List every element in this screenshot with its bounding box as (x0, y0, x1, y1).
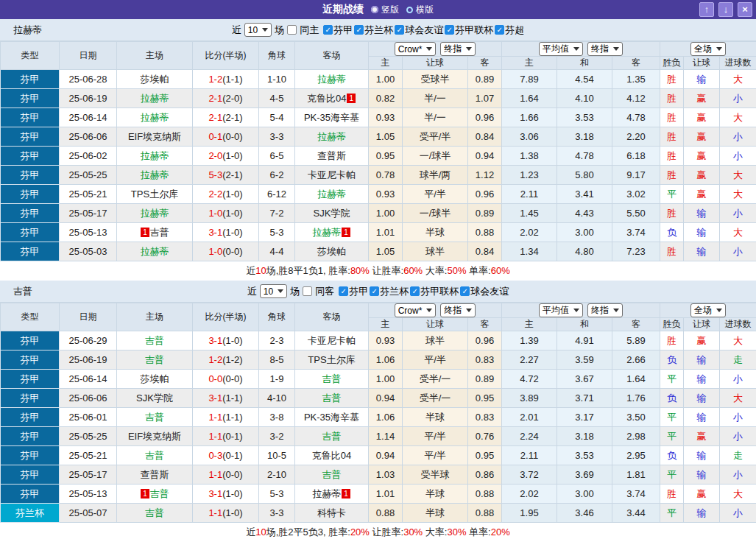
crow-odds-away-cell: 0.94 (468, 147, 502, 166)
home-team-cell: 吉普 (117, 446, 193, 465)
team-name: 拉赫蒂 (317, 189, 346, 200)
league-checkbox[interactable]: ✓ (339, 286, 348, 296)
league-type-cell: 芬甲 (1, 127, 60, 147)
home-team-cell: 拉赫蒂 (117, 108, 193, 127)
league-checkbox[interactable]: ✓ (323, 25, 333, 35)
radio-icon[interactable] (371, 6, 378, 13)
league-checkbox[interactable]: ✓ (410, 286, 420, 296)
team-name-away: 吉普 (13, 285, 32, 298)
scope-select[interactable]: 全场 (690, 303, 726, 317)
summary-segment: 单率: (466, 526, 490, 538)
crow-odds-away-cell: 0.84 (468, 242, 502, 261)
match-row: 芬甲25-06-06SJK学院3-1(1-1)4-10吉普0.94受半/一0.9… (1, 389, 756, 408)
league-label: 芬兰杯 (380, 285, 409, 298)
close-button[interactable]: × (738, 2, 752, 17)
date-cell: 25-06-06 (60, 127, 117, 147)
league-checkbox[interactable]: ✓ (370, 286, 379, 296)
subheader-handicap-result: 让球 (684, 318, 720, 331)
avg-odds-home-cell: 1.66 (502, 108, 557, 127)
odds-stage-select[interactable]: 终指 (440, 42, 476, 56)
match-row: 芬甲25-05-17查普斯1-1(0-0)2-10吉普1.03受半球0.863.… (1, 465, 756, 485)
league-checkbox[interactable]: ✓ (354, 25, 364, 35)
team-name: 拉赫蒂 (312, 488, 341, 499)
move-up-button[interactable]: ↑ (699, 2, 714, 17)
handicap-result-cell: 输 (684, 504, 720, 523)
crow-odds-away-cell: 0.95 (468, 389, 502, 408)
avg-odds-home-cell: 3.72 (502, 465, 557, 485)
score-cell: 2-1(2-0) (193, 89, 259, 108)
avg-odds-draw-cell: 3.46 (557, 504, 612, 523)
league-filter[interactable]: ✓球会友谊 (395, 24, 443, 37)
corners-cell: 5-4 (259, 108, 295, 127)
avg-select[interactable]: 平均值 (539, 42, 583, 56)
odds-company-select[interactable]: Crow* (395, 42, 437, 56)
full-time-score: 3-1 (208, 488, 222, 499)
league-type-cell: 芬甲 (1, 70, 60, 89)
crow-odds-home-cell: 0.94 (369, 389, 403, 408)
recent-records-panel: 近期战绩 竖版横版 ↑ ↓ × 拉赫蒂 近 10 场 同主 ✓芬甲✓芬兰杯✓球会… (0, 0, 756, 539)
result-cell: 胜 (660, 127, 684, 147)
avg-odds-draw-cell: 3.59 (557, 350, 612, 370)
odds-group-header: Crow* 终指 (369, 42, 502, 57)
avg-stage-select[interactable]: 终指 (587, 303, 623, 317)
league-filter[interactable]: ✓芬兰杯 (370, 285, 409, 298)
crow-odds-handicap-cell: 半/一 (403, 89, 468, 108)
move-down-button[interactable]: ↓ (718, 2, 733, 17)
league-filter[interactable]: ✓芬兰杯 (354, 24, 393, 37)
crow-odds-handicap-cell: 平/半 (403, 427, 468, 446)
away-team-cell: 克鲁比04 (295, 446, 369, 465)
league-checkbox[interactable]: ✓ (445, 25, 454, 35)
crow-odds-handicap-cell: 球半 (403, 331, 468, 350)
corners-cell: 4-4 (259, 242, 295, 261)
crow-odds-handicap-cell: 半球 (403, 223, 468, 242)
league-filter[interactable]: ✓芬甲联杯 (445, 24, 493, 37)
match-row: 芬甲25-06-06EIF埃克纳斯0-1(0-0)3-3拉赫蒂1.05受平/半0… (1, 127, 756, 147)
home-team-cell: 拉赫蒂 (117, 89, 193, 108)
odds-stage-select[interactable]: 终指 (440, 303, 476, 317)
layout-radio[interactable]: 竖版 (371, 4, 399, 16)
league-filter[interactable]: ✓芬甲 (323, 24, 353, 37)
handicap-result-cell: 输 (684, 223, 720, 242)
crow-odds-home-cell: 0.93 (369, 185, 403, 204)
league-checkbox[interactable]: ✓ (495, 25, 504, 35)
result-cell: 平 (660, 185, 684, 204)
layout-radio[interactable]: 横版 (406, 4, 434, 16)
radio-icon[interactable] (406, 7, 413, 13)
league-checkbox[interactable]: ✓ (460, 286, 470, 296)
avg-odds-away-cell: 7.23 (612, 242, 660, 261)
score-cell: 2-1(2-1) (193, 108, 259, 127)
league-filter[interactable]: ✓芬甲 (339, 285, 368, 298)
date-cell: 25-06-01 (60, 408, 117, 427)
goals-result-cell: 小 (720, 465, 756, 485)
handicap-result-cell: 输 (684, 446, 720, 465)
home-team-cell: 拉赫蒂 (117, 147, 193, 166)
league-filter[interactable]: ✓球会友谊 (460, 285, 509, 298)
avg-select[interactable]: 平均值 (539, 303, 583, 317)
match-count-select[interactable]: 10 (244, 23, 272, 37)
col-header-away: 客场 (295, 303, 369, 331)
half-time-score: (0-1) (222, 431, 242, 442)
score-cell: 5-3(2-1) (193, 166, 259, 185)
avg-odds-draw-cell: 3.00 (557, 485, 612, 504)
league-checkbox[interactable]: ✓ (395, 25, 404, 35)
league-filter[interactable]: ✓芬超 (495, 24, 524, 37)
goals-result-cell: 小 (720, 408, 756, 427)
crow-odds-away-cell: 0.88 (468, 223, 502, 242)
avg-odds-away-cell: 4.78 (612, 108, 660, 127)
team-name: 拉赫蒂 (141, 150, 169, 161)
avg-stage-select[interactable]: 终指 (587, 42, 623, 56)
team-name: SJK学院 (136, 392, 173, 404)
full-time-score: 1-2 (208, 74, 222, 85)
match-count-select[interactable]: 10 (260, 284, 287, 298)
avg-odds-home-cell: 2.11 (502, 185, 557, 204)
same-venue-checkbox[interactable] (303, 286, 312, 296)
match-row: 芬甲25-05-131吉普3-1(1-0)5-3拉赫蒂11.01半球0.882.… (1, 485, 756, 504)
avg-odds-home-cell: 2.02 (502, 485, 557, 504)
scope-select[interactable]: 全场 (690, 42, 726, 56)
subheader-avg-away: 客 (612, 57, 660, 70)
same-venue-checkbox[interactable] (287, 25, 297, 35)
odds-company-select[interactable]: Crow* (395, 303, 437, 317)
avg-odds-home-cell: 2.11 (502, 446, 557, 465)
league-filter[interactable]: ✓芬甲联杯 (410, 285, 459, 298)
half-time-score: (1-1) (222, 412, 242, 423)
